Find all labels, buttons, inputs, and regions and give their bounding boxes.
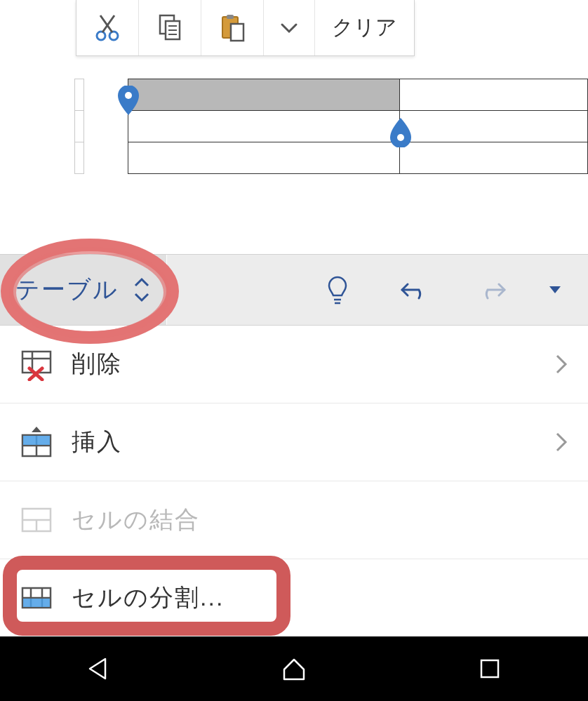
svg-point-0 [97,32,105,40]
cells-split-icon [20,581,53,615]
clear-button[interactable]: クリア [315,0,414,55]
table-delete-icon [20,347,53,381]
svg-marker-26 [32,427,41,432]
menu-item-split-cells[interactable]: セルの分割... [0,559,588,636]
redo-icon [476,277,507,302]
paste-icon [217,13,248,44]
svg-point-12 [125,92,132,99]
recent-icon [479,657,501,680]
table-row[interactable] [128,142,588,174]
nav-recent-button[interactable] [474,653,505,684]
ribbon-tab-label: テーブル [15,274,119,306]
table-cell[interactable] [128,142,400,173]
table-row[interactable] [128,110,588,142]
bulb-icon [325,274,350,305]
menu-label: セルの結合 [72,504,568,536]
svg-rect-10 [227,15,234,19]
redo-button[interactable] [453,277,530,302]
table-cell[interactable] [400,79,587,110]
table[interactable] [128,79,588,174]
svg-point-13 [397,134,404,141]
cut-button[interactable] [76,0,139,55]
nav-home-button[interactable] [279,653,309,684]
selection-handle-start[interactable] [118,86,139,115]
selection-handle-end[interactable] [390,118,411,147]
table-row[interactable] [128,79,588,110]
row-markers [74,79,84,174]
table-cell[interactable] [128,111,400,142]
menu-item-delete[interactable]: 削除 [0,326,588,403]
undo-button[interactable] [376,277,453,302]
menu-item-insert[interactable]: 挿入 [0,403,588,481]
ribbon-bar: テーブル [0,254,588,326]
more-options-button[interactable] [264,0,315,55]
ribbon-tab-table[interactable]: テーブル [0,255,166,325]
svg-rect-39 [481,660,498,677]
svg-rect-17 [22,352,51,373]
svg-line-2 [102,15,114,32]
menu-label: 挿入 [72,426,554,458]
menu-label: セルの分割... [72,582,568,614]
android-nav-bar [0,636,588,701]
copy-button[interactable] [139,0,201,55]
svg-rect-34 [23,599,50,607]
nav-back-button[interactable] [83,653,114,684]
document-table-area [0,79,588,174]
expand-icon [133,276,151,303]
chevron-down-icon [279,18,299,38]
chevron-right-icon [554,431,568,453]
table-cell[interactable] [400,142,587,173]
table-cell-selected[interactable] [128,79,400,110]
menu-label: 削除 [72,348,554,380]
back-icon [86,656,111,681]
clear-label: クリア [332,13,397,42]
copy-icon [154,13,185,44]
ribbon-more-button[interactable] [530,285,580,295]
cells-merge-icon [20,503,53,537]
svg-marker-38 [90,659,105,679]
svg-rect-11 [231,24,243,41]
paste-button[interactable] [201,0,264,55]
table-menu: 削除 挿入 セルの結合 [0,326,588,636]
table-cell[interactable] [400,111,587,142]
svg-line-3 [100,15,112,32]
selection-context-toolbar: クリア [76,0,415,56]
cut-icon [92,13,123,44]
home-icon [281,655,307,682]
svg-rect-25 [23,436,50,445]
chevron-right-icon [554,353,568,375]
menu-item-merge-cells: セルの結合 [0,481,588,559]
svg-marker-16 [549,286,561,293]
undo-icon [399,277,430,302]
svg-point-1 [109,32,118,40]
table-insert-icon [20,425,53,459]
triangle-down-icon [548,285,562,295]
tell-me-button[interactable] [299,274,376,305]
